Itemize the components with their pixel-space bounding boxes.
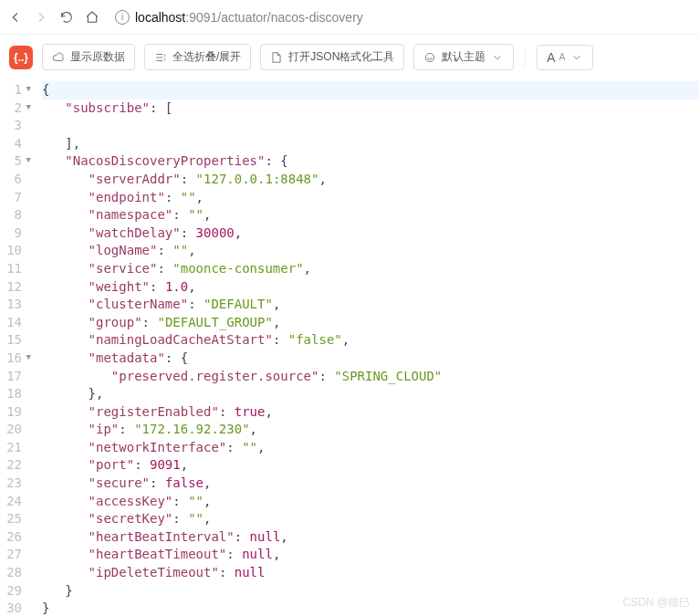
code-line: "preserved.register.source": "SPRING_CLO… <box>42 368 699 386</box>
code-line: "clusterName": "DEFAULT", <box>42 296 699 314</box>
code-line: "weight": 1.0, <box>42 278 699 297</box>
fold-expand-label: 全选折叠/展开 <box>172 49 241 65</box>
theme-label: 默认主题 <box>442 49 485 65</box>
code-line: "namingLoadCacheAtStart": "false", <box>42 331 699 350</box>
cloud-icon <box>52 51 65 64</box>
url-text: localhost:9091/actuator/nacos-discovery <box>135 10 363 25</box>
code-line: "metadata": { <box>42 350 699 368</box>
code-line: }, <box>42 385 699 403</box>
show-raw-button[interactable]: 显示原数据 <box>42 44 135 70</box>
browser-navbar: i localhost:9091/actuator/nacos-discover… <box>0 0 699 35</box>
code-line: "heartBeatTimeout": null, <box>42 546 699 564</box>
code-line: "accessKey": "", <box>42 493 699 511</box>
fold-toggle[interactable]: ▼ <box>26 351 31 363</box>
code-line: "secretKey": "", <box>42 510 699 528</box>
fold-expand-button[interactable]: 全选折叠/展开 <box>144 44 251 70</box>
code-line: { <box>42 81 699 99</box>
code-line: "serverAddr": "127.0.0.1:8848", <box>42 171 699 189</box>
extension-logo: {..} <box>9 46 33 69</box>
forward-icon[interactable] <box>33 9 49 26</box>
code-line: } <box>42 582 699 600</box>
code-line: } <box>42 600 699 616</box>
json-code-view: 1▼2▼345▼678910111213141516▼1718192021222… <box>0 81 699 616</box>
open-icon <box>270 51 283 64</box>
code-line: "secure": false, <box>42 475 699 493</box>
code-line: "subscribe": [ <box>42 99 699 118</box>
reload-icon[interactable] <box>58 9 75 26</box>
code-line: "networkInterface": "", <box>42 439 699 457</box>
fold-toggle[interactable]: ▼ <box>26 101 31 113</box>
fold-toggle[interactable]: ▼ <box>26 154 31 166</box>
open-formatter-button[interactable]: 打开JSON格式化工具 <box>260 44 404 70</box>
home-icon[interactable] <box>84 9 100 26</box>
toolbar-divider <box>525 47 526 68</box>
chevron-down-icon <box>570 51 583 64</box>
open-formatter-label: 打开JSON格式化工具 <box>288 49 394 65</box>
fold-icon <box>154 51 167 64</box>
code-line <box>42 117 699 135</box>
site-info-icon[interactable]: i <box>115 10 130 25</box>
code-line: "ipDeleteTimeout": null <box>42 564 699 582</box>
watermark: CSDN @猫巳 <box>622 595 690 611</box>
font-sub-icon: A <box>559 52 566 62</box>
code-source[interactable]: { "subscribe": [ ], "NacosDiscoveryPrope… <box>29 81 699 616</box>
code-line: "logName": "", <box>42 242 699 260</box>
show-raw-label: 显示原数据 <box>70 49 125 65</box>
back-icon[interactable] <box>7 9 24 26</box>
code-line: "watchDelay": 30000, <box>42 224 699 243</box>
code-line: "registerEnabled": true, <box>42 403 699 422</box>
font-select[interactable]: A A <box>537 45 593 70</box>
code-line: "group": "DEFAULT_GROUP", <box>42 314 699 332</box>
line-gutter: 1▼2▼345▼678910111213141516▼1718192021222… <box>0 81 29 616</box>
theme-icon <box>423 51 436 64</box>
font-label: A <box>547 50 555 65</box>
code-line: "endpoint": "", <box>42 189 699 207</box>
code-line: "heartBeatInterval": null, <box>42 528 699 547</box>
theme-select[interactable]: 默认主题 <box>413 44 514 70</box>
svg-point-0 <box>426 53 434 61</box>
code-line: "namespace": "", <box>42 206 699 224</box>
address-bar[interactable]: i localhost:9091/actuator/nacos-discover… <box>115 10 692 25</box>
code-line: "service": "moonce-consumer", <box>42 260 699 278</box>
code-line: "port": 9091, <box>42 456 699 475</box>
code-line: "NacosDiscoveryProperties": { <box>42 152 699 171</box>
fold-toggle[interactable]: ▼ <box>26 83 31 95</box>
json-viewer-toolbar: {..} 显示原数据 全选折叠/展开 打开JSON格式化工具 默认主题 A A <box>0 35 699 81</box>
code-line: "ip": "172.16.92.230", <box>42 421 699 439</box>
code-line: ], <box>42 135 699 153</box>
chevron-down-icon <box>491 51 504 64</box>
